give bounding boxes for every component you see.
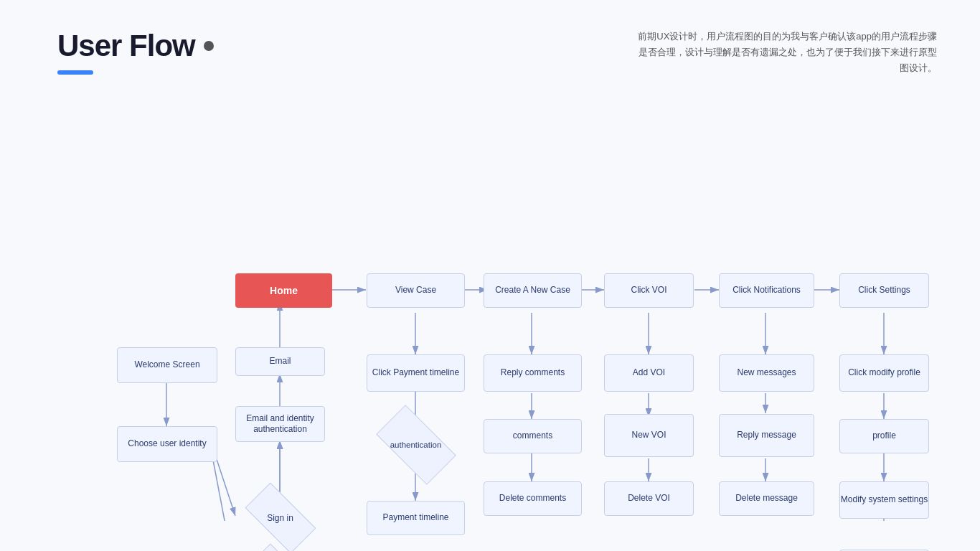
- node-delete-voi: Delete VOI: [604, 481, 694, 516]
- node-choose-user: Choose user identity: [117, 426, 217, 462]
- flow-diagram: Welcome Screen Choose user identity Emai…: [57, 98, 937, 521]
- title-underbar: [57, 70, 93, 75]
- node-view-case: View Case: [367, 273, 465, 308]
- node-click-payment: Click Payment timeline: [367, 354, 465, 392]
- node-payment-timeline: Payment timeline: [367, 501, 465, 535]
- node-create-new-case: Create A New Case: [484, 273, 582, 308]
- page-title: User Flow: [57, 29, 214, 63]
- title-dot-icon: [204, 41, 214, 51]
- node-email: Email: [235, 347, 325, 376]
- node-add-voi: Add VOI: [604, 354, 694, 392]
- node-sign-in: Sign in: [235, 498, 325, 537]
- node-delete-message: Delete message: [719, 481, 814, 516]
- node-authentication: authentication: [367, 420, 465, 469]
- node-modify-system: Modify system settings: [839, 481, 929, 519]
- node-click-notifications: Click Notifications: [719, 273, 814, 308]
- node-email-identity: Email and identity authentication: [235, 406, 325, 442]
- node-comments: comments: [484, 419, 582, 453]
- node-reply-message: Reply message: [719, 414, 814, 457]
- node-reply-comments: Reply comments: [484, 354, 582, 392]
- node-new-voi: New VOI: [604, 414, 694, 457]
- node-click-modify: Click modify profile: [839, 354, 929, 392]
- description-text: 前期UX设计时，用户流程图的目的为我与客户确认该app的用户流程步骤是否合理，设…: [636, 29, 937, 76]
- node-click-settings: Click Settings: [839, 273, 929, 308]
- node-delete-comments: Delete comments: [484, 481, 582, 516]
- node-new-messages: New messages: [719, 354, 814, 392]
- node-profile: profile: [839, 419, 929, 453]
- node-welcome-screen: Welcome Screen: [117, 347, 217, 383]
- svg-line-4: [212, 453, 235, 521]
- node-home: Home: [235, 273, 332, 308]
- node-click-voi: Click VOI: [604, 273, 694, 308]
